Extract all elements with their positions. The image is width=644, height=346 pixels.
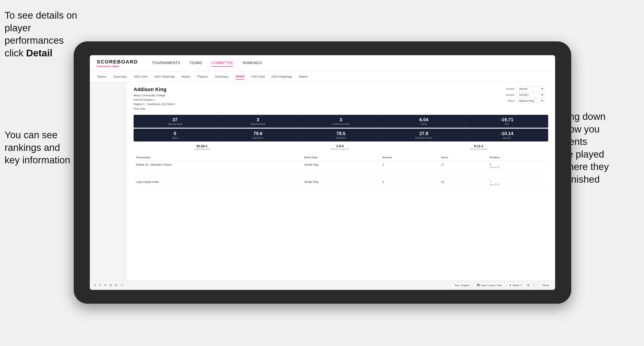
player-control: Player Addison King xyxy=(502,98,548,103)
stats-row-2: 0 Wins 79.6 Avg Score 78.5 Adj Score 27.… xyxy=(134,129,548,142)
record-overall-value: 91-20-1 xyxy=(194,144,210,148)
avg-score-value: 79.6 xyxy=(218,131,297,136)
screen-icon[interactable]: 🖥 xyxy=(527,283,530,287)
annotation-bl2: rankings and xyxy=(4,142,60,153)
division-select[interactable]: NJCAA I xyxy=(517,92,544,97)
share-button[interactable]: ⤴ Share xyxy=(538,283,552,288)
annotation-line3: click xyxy=(4,48,26,58)
stat-points: 6.04 Points xyxy=(382,115,466,128)
subnav-h2hgrid1[interactable]: H2H Grid xyxy=(134,74,147,80)
view-original-button[interactable]: View: Original xyxy=(452,283,472,288)
points-value: 6.04 xyxy=(384,117,464,122)
adj-score-label: Adj Score xyxy=(301,137,380,139)
stat-wins: 0 Wins xyxy=(134,129,216,142)
national-rank-label: National Rank xyxy=(136,123,214,125)
player-label: Player xyxy=(502,99,515,102)
annotation-bold: Detail xyxy=(26,48,52,58)
subnav-players[interactable]: Players xyxy=(197,74,208,80)
event-type-3: Stroke Play xyxy=(302,178,380,188)
rounds-1: 2 xyxy=(380,161,439,171)
subnav-h2hgrid2[interactable]: H2H Grid xyxy=(251,74,265,80)
gender-select[interactable]: Women xyxy=(517,86,544,91)
watch-button[interactable]: 👁 Watch ▾ xyxy=(507,283,524,288)
division-control: Division NJCAA I xyxy=(502,92,548,97)
save-custom-button[interactable]: 💾 Save Custom View xyxy=(474,283,504,288)
conference-rank-value: 3 xyxy=(301,117,380,122)
stat-avg-score-par: 27.8 Avg Score to Par xyxy=(382,129,466,142)
national-rank-value: 37 xyxy=(136,117,214,122)
stat-national-rank: 37 National Rank xyxy=(134,115,216,128)
sos-label: SoS xyxy=(467,123,546,125)
player-region: Region 1 - Southwest (18) District xyxy=(134,102,175,107)
col-position: Position xyxy=(488,154,548,161)
left-panel xyxy=(90,82,127,280)
stat-adj-score: 78.5 Adj Score xyxy=(300,129,382,142)
main-nav: TOURNAMENTS TEAMS COMMITTEE RANKINGS xyxy=(152,60,262,67)
zoom-icon[interactable]: ⊕ xyxy=(110,283,112,287)
annotation-line2: player performances xyxy=(4,22,64,46)
undo-icon[interactable]: ↺ xyxy=(94,283,96,287)
subnav-summary1[interactable]: Summary xyxy=(113,74,127,80)
score-1: 17 xyxy=(439,161,488,171)
subnav-matrix1[interactable]: Matrix xyxy=(182,74,190,80)
player-name: Addison King xyxy=(134,86,175,92)
stat-avg-score: 79.6 Avg Score xyxy=(216,129,300,142)
gender-control: Gender Women xyxy=(502,86,548,91)
nav-rankings[interactable]: RANKINGS xyxy=(242,60,262,67)
stat-conference-rank: 3 Conference Rank xyxy=(300,115,382,128)
record-overall-label: Overall Record xyxy=(194,148,210,151)
watch-chevron-icon: ▾ xyxy=(520,284,522,287)
main-panel: Addison King Mesa Community College NJCA… xyxy=(127,82,555,280)
avg-score-label: Avg Score xyxy=(218,137,297,139)
conference-rank-label: Conference Rank xyxy=(301,123,380,125)
record-overall: 91-20-1 Overall Record xyxy=(194,144,210,151)
subnav-matrix2[interactable]: Matrix xyxy=(299,74,308,80)
record-top50-value: 5-11-1 xyxy=(470,144,488,148)
refresh-icon[interactable]: ⟳ xyxy=(104,283,107,287)
nav-teams[interactable]: TEAMS xyxy=(189,60,202,67)
division-label: Division xyxy=(502,93,515,96)
stat-sos: -19.71 SoS xyxy=(466,115,548,128)
avg-sg-value: -10.14 xyxy=(467,131,546,136)
col-tournament: Tournament xyxy=(134,154,302,161)
save-custom-label: Save Custom View xyxy=(481,284,502,287)
rounds-3: 2 xyxy=(380,178,439,188)
stats-row-1: 37 National Rank 3 Regional Rank 3 Confe… xyxy=(134,115,548,128)
adj-score-value: 78.5 xyxy=(301,131,380,136)
player-controls: Gender Women Division NJCAA I xyxy=(502,86,548,103)
player-select[interactable]: Addison King xyxy=(517,98,544,103)
fullscreen-icon[interactable]: ⛶ xyxy=(532,283,536,287)
tournament-name-3: Lady Coyote Invite xyxy=(134,178,302,188)
nav-tournaments[interactable]: TOURNAMENTS xyxy=(152,60,180,67)
watch-icon: 👁 xyxy=(509,284,512,287)
settings-icon[interactable]: ⚙ xyxy=(115,283,118,287)
annotation-bl3: key information xyxy=(4,155,70,166)
table-row: Estella CC- Mountain Classic Stroke Play… xyxy=(134,161,548,171)
player-year: First Year xyxy=(134,107,175,111)
avg-score-par-value: 27.8 xyxy=(384,131,464,136)
player-header: Addison King Mesa Community College NJCA… xyxy=(134,86,548,111)
share-icon: ⤴ xyxy=(540,284,542,287)
watch-label: Watch xyxy=(512,284,520,287)
wins-value: 0 xyxy=(136,131,214,136)
clock-icon[interactable]: 🕐 xyxy=(120,283,124,287)
logo-area: SCOREBOARD Powered by clippd xyxy=(97,59,138,68)
subnav-teams[interactable]: Teams xyxy=(97,74,106,80)
nav-committee[interactable]: COMMITTEE xyxy=(211,60,233,67)
player-division: NJCAA Division 1 xyxy=(134,98,175,102)
stat-avg-sg: -10.14 Avg SG xyxy=(466,129,548,142)
table-row: Lady Coyote Invite Stroke Play 2 16 7out… xyxy=(134,178,548,188)
tournament-table: Tournament Event Type Rounds Score Posit… xyxy=(134,154,548,188)
bottom-toolbar: ↺ ↻ ⟳ ⊕ ⚙ 🕐 View: Original 💾 Save Custom… xyxy=(90,280,555,290)
points-label: Points xyxy=(384,123,464,125)
subnav-h2hheatmap2[interactable]: H2H Heatmap xyxy=(272,74,292,80)
redo-icon[interactable]: ↻ xyxy=(99,283,101,287)
annotation-bl1: You can see xyxy=(4,130,58,140)
top-navigation: SCOREBOARD Powered by clippd TOURNAMENTS… xyxy=(90,55,555,71)
record-top50-label: Record vs top 50 xyxy=(470,148,488,151)
subnav-h2hheatmap1[interactable]: H2H Heatmap xyxy=(154,74,175,80)
col-rounds: Rounds xyxy=(380,154,439,161)
subnav-summary2[interactable]: Summary xyxy=(215,74,229,80)
subnav-detail[interactable]: Detail xyxy=(236,73,244,80)
tablet-screen: SCOREBOARD Powered by clippd TOURNAMENTS… xyxy=(90,55,555,290)
